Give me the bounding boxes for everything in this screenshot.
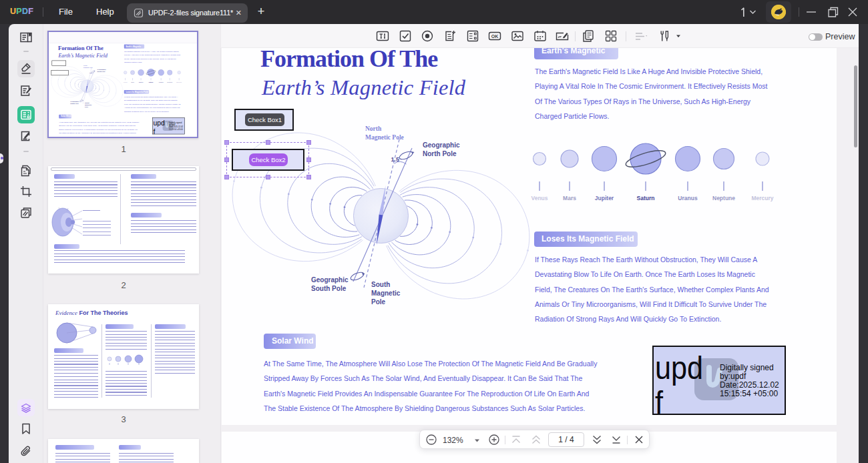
svg-text:Magnetic: Magnetic bbox=[85, 104, 92, 106]
svg-text:1.5: 1.5 bbox=[391, 156, 399, 163]
svg-text:South Pole: South Pole bbox=[311, 285, 347, 292]
svg-text:Magnetic: Magnetic bbox=[371, 290, 401, 297]
svg-text:OK: OK bbox=[491, 34, 499, 39]
svg-text:Geographic: Geographic bbox=[70, 101, 79, 103]
svg-text:Geographic: Geographic bbox=[423, 141, 460, 149]
svg-text:North Pole: North Pole bbox=[423, 150, 457, 157]
svg-text:South: South bbox=[371, 281, 390, 288]
svg-text:North: North bbox=[83, 65, 88, 66]
svg-text:South Pole: South Pole bbox=[70, 103, 79, 105]
svg-text:Magnetic Pole: Magnetic Pole bbox=[83, 67, 93, 68]
svg-text:Geographic: Geographic bbox=[311, 276, 349, 284]
svg-text:Pole: Pole bbox=[371, 298, 386, 306]
svg-text:North: North bbox=[365, 125, 382, 132]
svg-text:North Pole: North Pole bbox=[97, 71, 106, 73]
svg-text:Magnetic Pole: Magnetic Pole bbox=[365, 134, 404, 141]
svg-text:South: South bbox=[85, 102, 89, 104]
svg-text:Pole: Pole bbox=[85, 106, 89, 108]
svg-text:Geographic: Geographic bbox=[97, 69, 107, 71]
